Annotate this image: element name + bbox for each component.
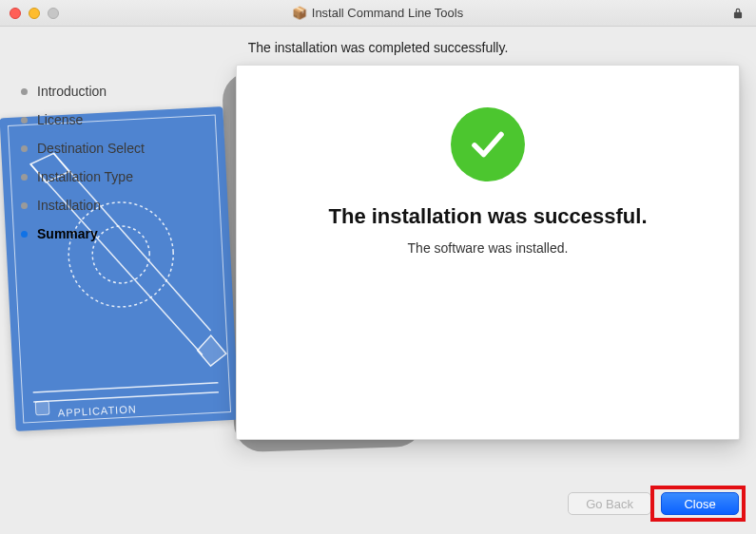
- success-check-icon: [451, 107, 525, 181]
- step-license: License: [21, 112, 145, 127]
- zoom-window-button: [48, 8, 59, 19]
- go-back-button: Go Back: [568, 492, 651, 515]
- close-window-button[interactable]: [10, 8, 21, 19]
- titlebar: 📦 Install Command Line Tools: [0, 0, 756, 27]
- step-installation-type: Installation Type: [21, 169, 145, 184]
- installer-steps: Introduction License Destination Select …: [21, 84, 145, 255]
- close-button[interactable]: Close: [661, 492, 739, 515]
- window-title-group: 📦 Install Command Line Tools: [0, 6, 756, 20]
- package-icon: 📦: [293, 7, 306, 20]
- content-area: APPLICATION Introduction License Destina…: [0, 65, 756, 473]
- footer: Go Back Close: [0, 473, 756, 534]
- success-subtitle: The software was installed.: [408, 240, 569, 256]
- step-summary: Summary: [21, 226, 145, 241]
- svg-text:APPLICATION: APPLICATION: [58, 403, 137, 418]
- step-destination-select: Destination Select: [21, 141, 145, 156]
- lock-icon: [731, 7, 745, 20]
- minimize-window-button[interactable]: [29, 8, 40, 19]
- installer-window: 📦 Install Command Line Tools The install…: [0, 0, 756, 534]
- summary-panel: The installation was successful. The sof…: [236, 65, 740, 440]
- svg-marker-3: [197, 334, 227, 367]
- success-title: The installation was successful.: [329, 204, 648, 229]
- traffic-lights: [10, 8, 59, 19]
- svg-line-6: [33, 383, 219, 392]
- step-installation: Installation: [21, 198, 145, 213]
- step-introduction: Introduction: [21, 84, 145, 99]
- window-title: Install Command Line Tools: [312, 6, 463, 20]
- page-heading: The installation was completed successfu…: [0, 27, 756, 65]
- svg-line-7: [33, 392, 219, 402]
- svg-rect-9: [35, 401, 49, 415]
